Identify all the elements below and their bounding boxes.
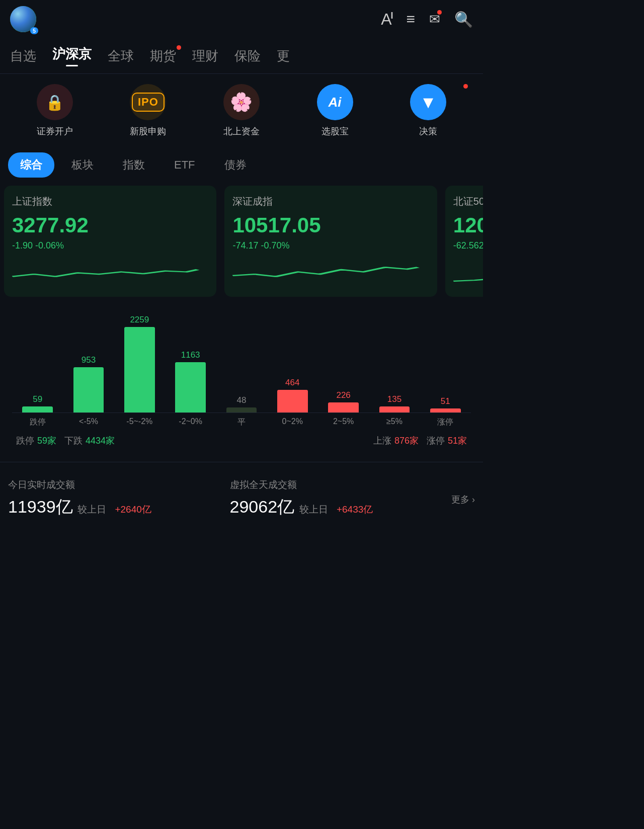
bar-group-zangt: 51 [420,396,471,412]
mail-icon[interactable]: ✉ [429,12,440,27]
nav-tab-zixuan[interactable]: 自选 [8,44,38,68]
juece-label: 决策 [419,125,437,137]
halt-label: 跌停 [16,435,34,447]
index-cards-scroll[interactable]: 上证指数 3277.92 -1.90 -0.06% 深证成指 10517.05 … [0,183,483,300]
quick-icon-ipo[interactable]: IPO 新股申购 [102,84,195,137]
index-card-shenzhen[interactable]: 深证成指 10517.05 -74.17 -0.70% [224,186,437,297]
cat-tab-zonghe[interactable]: 综合 [8,152,54,178]
bar-count-5: 464 [285,378,299,388]
realtime-change: +2640亿 [115,504,151,515]
index-card-beizhen[interactable]: 北证50 1204.039 -62.562 -4.94% [445,186,483,297]
index-change-3: -62.562 -4.94% [453,240,483,251]
up-count: 876家 [394,435,419,447]
up-label: 上涨 [373,435,391,447]
virtual-block: 虚拟全天成交额 29062亿 较上日 +6433亿 [230,478,452,519]
header-left: 5 [10,6,36,32]
virtual-value: 29062亿 较上日 +6433亿 [230,495,452,519]
bar-2 [124,327,155,412]
header: 5 AI ≡ ✉ 🔍 [0,0,483,38]
beishang-label: 北上资金 [223,125,260,137]
down-label: 下跌 [64,435,83,447]
index-name-2: 深证成指 [232,195,429,208]
bar-7 [379,406,410,412]
quick-icon-juece[interactable]: ▼ 决策 [381,84,475,137]
chart-1 [12,258,208,286]
virtual-label: 虚拟全天成交额 [230,478,452,491]
bar-5 [277,390,308,412]
bar-8 [430,408,461,412]
cat-tab-zhaiquan[interactable]: 债券 [212,152,259,178]
stats-down: 下跌 4434家 [64,435,115,447]
cat-tab-bankuai[interactable]: 板块 [59,152,106,178]
quick-icon-xuangubao[interactable]: Ai 选股宝 [288,84,382,137]
chart-2 [232,258,429,286]
header-icons: AI ≡ ✉ 🔍 [381,10,473,29]
bar-label-7: ≥5% [369,417,420,428]
bar-4 [226,407,257,412]
nav-tab-licai[interactable]: 理财 [190,44,220,68]
bar-label-1: <-5% [63,417,114,428]
zhengquan-label: 证券开户 [37,125,73,137]
bar-label-4: 平 [216,417,267,428]
menu-icon[interactable]: ≡ [406,11,415,28]
index-card-shangzheng[interactable]: 上证指数 3277.92 -1.90 -0.06% [4,186,216,297]
bar-label-6: 2~5% [318,417,369,428]
virtual-change-label: 较上日 [299,504,328,515]
bar-count-7: 135 [387,394,401,404]
bar-group-diting: 59 [12,394,63,412]
category-tabs: 综合 板块 指数 ETF 债券 [0,147,483,183]
bar-group-2to0: 1163 [165,350,216,412]
bar-count-2: 2259 [130,315,149,325]
bar-count-8: 51 [441,396,450,406]
mail-notification-dot [437,10,442,15]
bar-group-0to2: 464 [267,378,318,412]
stats-limit-up: 涨停 51家 [427,435,467,447]
bar-label-2: -5~-2% [114,417,165,428]
xuangubao-icon: Ai [317,84,353,120]
nav-tab-baoxian[interactable]: 保险 [232,44,263,68]
bar-group-2to5: 226 [318,390,369,412]
nav-tab-quanqiu[interactable]: 全球 [106,44,136,68]
xuangubao-label: 选股宝 [321,125,349,137]
bar-chart-container: 59 953 2259 1163 48 [8,312,475,430]
nav-tab-more[interactable]: 更 [275,44,292,68]
halt-count: 59家 [37,435,56,447]
cat-tab-etf[interactable]: ETF [162,153,207,177]
qihuo-notification-dot [177,45,181,50]
limit-up-label: 涨停 [427,435,445,447]
bar-chart: 59 953 2259 1163 48 [12,312,471,412]
bar-count-1: 953 [82,355,96,365]
realtime-change-label: 较上日 [77,504,106,515]
search-icon[interactable]: 🔍 [454,11,473,28]
zhengquan-icon: 🔒 [37,84,73,120]
bar-label-8: 涨停 [420,417,471,428]
more-button[interactable]: 更多 › [451,493,475,506]
bar-group-5to2: 2259 [114,315,165,412]
bar-label-5: 0~2% [267,417,318,428]
avatar-container: 5 [10,6,36,32]
realtime-label: 今日实时成交额 [8,478,230,491]
bar-chart-section: 59 953 2259 1163 48 [0,304,483,460]
index-name-1: 上证指数 [12,195,208,208]
bar-3 [175,362,206,412]
virtual-change: +6433亿 [337,504,373,515]
bar-0 [22,406,53,412]
quick-icon-zhengquan[interactable]: 🔒 证券开户 [8,84,102,137]
index-change-1: -1.90 -0.06% [12,240,208,251]
trading-row: 今日实时成交额 11939亿 较上日 +2640亿 虚拟全天成交额 29062亿… [8,472,475,525]
realtime-block: 今日实时成交额 11939亿 较上日 +2640亿 [8,478,230,519]
trading-section: 今日实时成交额 11939亿 较上日 +2640亿 虚拟全天成交额 29062亿… [0,464,483,533]
juece-notification-dot [463,84,468,89]
stats-halt-down: 跌停 59家 [16,435,56,447]
nav-tab-hushenji[interactable]: 沪深京 [50,42,94,69]
bar-count-3: 1163 [181,350,200,360]
ipo-label: 新股申购 [130,125,166,137]
cat-tab-zhishu[interactable]: 指数 [111,152,157,178]
bar-group-lt5: 953 [63,355,114,412]
badge-count: 5 [30,27,38,34]
stats-row: 跌停 59家 下跌 4434家 上涨 876家 涨停 51家 [8,430,475,452]
bar-group-flat: 48 [216,395,267,412]
nav-tab-qihuo[interactable]: 期货 [148,44,178,68]
quick-icon-beishang[interactable]: 🌸 北上资金 [195,84,288,137]
font-icon[interactable]: AI [381,10,392,29]
